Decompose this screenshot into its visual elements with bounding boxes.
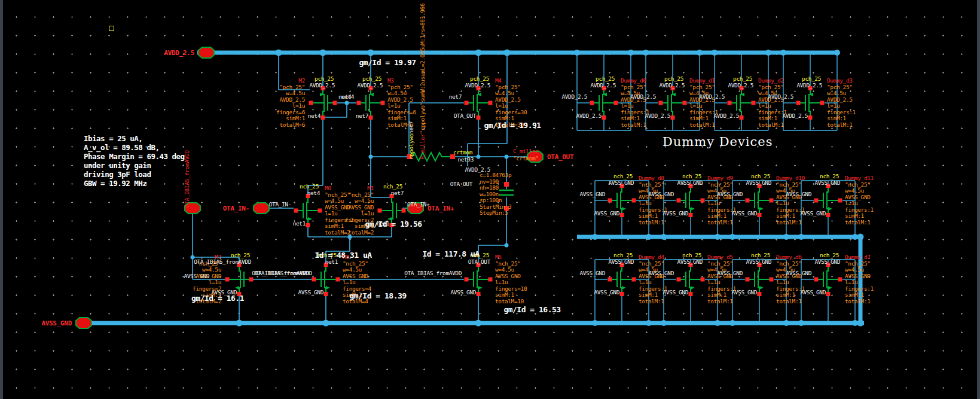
device-properties-Dummy_d1: Dummy_d1"pch_25"w=4.5uAVDD_2.5l=1ufinger… bbox=[689, 78, 718, 128]
pin-OTA_IN-[interactable] bbox=[254, 203, 269, 214]
gate-net-label: OTA_IBIAS_fromAVDD bbox=[404, 270, 462, 277]
device-properties-M2: M2"pch_25"w=4.5uAVDD_2.5l=1ufingers=6sim… bbox=[276, 78, 305, 128]
simulation-note: Ibias = 25 uA, A_v_ol = 89.58 dB, Phase … bbox=[84, 134, 185, 188]
pin-label: OTA_IN+ bbox=[428, 205, 454, 212]
device-type-label: pch_25 bbox=[470, 76, 489, 83]
device-type-label: nch_25 bbox=[383, 184, 402, 190]
gate-net-label: AVSS_GND bbox=[579, 191, 605, 198]
source-net-label: AVDD_2.5 bbox=[576, 113, 602, 120]
device-properties-M5: M5"nch_25"w=4.5uAVSS_GNDl=1ufingers=10si… bbox=[495, 254, 527, 304]
r-miller-properties: R_miller"rppolywo"sumW:2usumL=2.035uM:1r… bbox=[420, 4, 426, 160]
source-net-label: AVDD_2.5 bbox=[782, 113, 808, 120]
device-type-label: pch_25 bbox=[664, 76, 683, 83]
device-properties-M3: M3"pch_25"w=4.5uAVDD_2.5l=1ufingers=6sim… bbox=[387, 78, 416, 128]
dummy-devices-title: Dummy Devices bbox=[663, 135, 773, 149]
gate-net-label: AVDD_2.5 bbox=[768, 94, 793, 100]
device-properties-Dummy_d5: Dummy_d5"nch_25"w=4.5uAVSS_GNDl=1ufinger… bbox=[707, 254, 736, 304]
schematic-canvas[interactable]: Ibias = 25 uA, A_v_ol = 89.58 dB, Phase … bbox=[0, 0, 980, 399]
source-net-label: net4 bbox=[308, 113, 320, 120]
net-label: AVSS_GND bbox=[677, 259, 703, 266]
device-properties-Dummy_d7: Dummy_d7"nch_25"w=4.5uAVSS_GNDl=1ufinger… bbox=[845, 254, 874, 304]
net-label: AVDD_2.5 bbox=[796, 83, 822, 89]
device-properties-Dummy_d3: Dummy_d3"pch_25"w=4.5uAVDD_2.5l=1ufinger… bbox=[827, 78, 856, 128]
source-net-label: AVSS_GND bbox=[800, 290, 826, 296]
pin-AVDD_2.5[interactable] bbox=[199, 47, 214, 58]
device-type-label: pch_25 bbox=[802, 76, 821, 83]
source-net-label: net7 bbox=[356, 113, 368, 120]
device-type-label: nch_25 bbox=[820, 173, 839, 180]
net-label: AVDD_2.5 bbox=[728, 83, 753, 89]
device-properties-Dummy_d4: Dummy_d4"nch_25"w=4.5uAVSS_GNDl=1ufinger… bbox=[639, 254, 667, 304]
device-type-label: pch_25 bbox=[596, 76, 615, 83]
device-type-label: nch_25 bbox=[300, 184, 319, 190]
gate-net-label: net7 bbox=[449, 94, 462, 100]
device-properties-Dummy_d10: Dummy_d10"nch_25"w=4.5uAVSS_GNDl=1ufinge… bbox=[776, 175, 805, 226]
c-miller-model: "crtmom" bbox=[513, 156, 539, 162]
net-label: AVSS_GND bbox=[608, 180, 634, 187]
source-net-label: AVSS_GND bbox=[298, 290, 323, 296]
device-type-label: nch_25 bbox=[231, 252, 250, 259]
gate-net-label: AVSS_GND bbox=[648, 191, 674, 198]
pin-AVSS_GND[interactable] bbox=[76, 318, 91, 328]
pin-label: OTA_IN- bbox=[223, 205, 249, 212]
measurement-annotation: Id = 117.8 uA bbox=[422, 249, 479, 258]
gate-net-label: OTA_IN- bbox=[269, 202, 291, 208]
source-net-label: AVSS_GND bbox=[594, 290, 619, 296]
source-net-label: net1 bbox=[293, 221, 306, 227]
r-miller-type-label: rppolywonet7 bbox=[408, 121, 415, 160]
net-label: AVSS_GND bbox=[746, 259, 771, 266]
net-label: AVDD_2.5 bbox=[590, 83, 616, 89]
device-type-label: pch_25 bbox=[362, 76, 381, 83]
source-net-label: AVDD_2.5 bbox=[713, 113, 739, 120]
c-miller-type-label: crtmom bbox=[453, 150, 472, 156]
gate-net-label: AVDD_2.5 bbox=[699, 94, 725, 100]
c-miller-name: C_miller bbox=[513, 148, 539, 155]
device-properties-Dummy_d0: Dummy_d0"pch_25"w=4.5uAVDD_2.5l=1ufinger… bbox=[621, 78, 649, 128]
device-type-label: pch_25 bbox=[315, 76, 334, 83]
device-type-label: nch_25 bbox=[682, 252, 701, 259]
net-label: AVDD_2.5 bbox=[357, 83, 383, 89]
gate-net-label: AVSS_GND bbox=[786, 191, 811, 198]
measurement-annotation: gm/Id = 16.1 bbox=[191, 294, 244, 303]
gate-net-label: AVDD_2.5 bbox=[561, 94, 587, 100]
measurement-annotation: gm/Id = 18.39 bbox=[349, 291, 406, 300]
net-label: net93 bbox=[457, 157, 474, 163]
measurement-annotation: gm/Id = 19.91 bbox=[484, 121, 541, 130]
gate-net-label: AVSS_GND bbox=[579, 270, 605, 277]
net-label: net4 bbox=[307, 190, 320, 197]
source-net-label: AVSS_GND bbox=[800, 211, 826, 217]
device-type-label: nch_25 bbox=[613, 173, 633, 180]
pin-label: OTA_OUT bbox=[547, 153, 573, 161]
device-type-label: pch_25 bbox=[733, 76, 752, 83]
net-label: AVDD_2.5 bbox=[309, 83, 335, 89]
net-label: AVSS_GND bbox=[746, 180, 771, 187]
device-type-label: nch_25 bbox=[820, 252, 839, 259]
measurement-annotation: gm/Id = 16.53 bbox=[503, 305, 560, 314]
device-type-label: nch_25 bbox=[751, 173, 770, 180]
source-net-label: OTA_OUT bbox=[454, 113, 476, 120]
source-net-label: AVSS_GND bbox=[731, 290, 757, 296]
device-properties-Dummy_d6: Dummy_d6"nch_25"w=4.5uAVSS_GNDl=1ufinger… bbox=[776, 254, 805, 304]
source-net-label: AVSS_GND bbox=[731, 211, 757, 217]
net-label: OTA_OUT bbox=[468, 259, 490, 266]
device-type-label: nch_25 bbox=[682, 173, 701, 180]
net-label: AVSS_GND bbox=[814, 180, 840, 187]
source-net-label: AVSS_GND bbox=[663, 290, 688, 296]
gate-net-label: OTA_IN+ bbox=[407, 202, 429, 208]
device-properties-Dummy_d2: Dummy_d2"pch_25"w=4.5uAVDD_2.5l=1ufinger… bbox=[758, 78, 787, 128]
net-label: net7 bbox=[391, 190, 404, 197]
source-net-label: AVSS_GND bbox=[450, 290, 476, 296]
device-properties-Dummy_d8: Dummy_d8"nch_25"w=4.5uAVSS_GNDl=1ufinger… bbox=[639, 175, 667, 226]
measurement-annotation: Id = 48.31 uA bbox=[315, 251, 371, 260]
source-net-label: AVSS_GND bbox=[594, 211, 619, 217]
net-label: AVSS_GND bbox=[814, 259, 840, 266]
device-type-label: nch_25 bbox=[751, 252, 770, 259]
gate-net-label: net4 bbox=[341, 94, 354, 100]
gate-net-label: AVSS_GND bbox=[717, 270, 743, 277]
device-properties-Dummy_d9: Dummy_d9"nch_25"w=4.5uAVSS_GNDl=1ufinger… bbox=[707, 175, 736, 226]
c-miller-properties: c=1.84763pnv=190nh=180w=100nsp:100nStart… bbox=[480, 172, 511, 217]
gate-net-label: AVSS_GND bbox=[717, 191, 743, 198]
gate-net-label: AVDD_2.5 bbox=[630, 94, 656, 100]
pin-label-vertical: OTA_IBIAS_fromAVDD bbox=[184, 150, 190, 208]
net-label: AVSS_GND bbox=[608, 259, 634, 266]
